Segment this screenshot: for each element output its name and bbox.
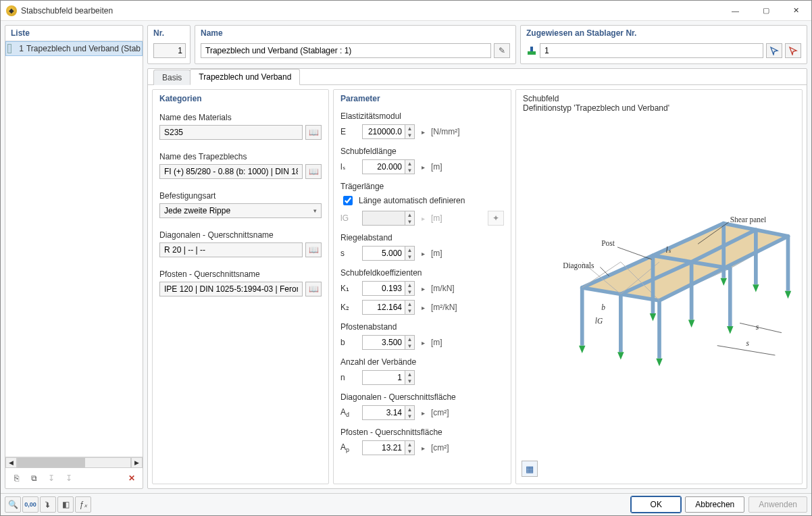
ap-input[interactable] <box>362 440 405 455</box>
spin-down-icon[interactable]: ▼ <box>405 413 414 419</box>
scroll-right-button[interactable]: ▶ <box>131 457 143 468</box>
diag-library-button[interactable]: 📖 <box>305 242 322 257</box>
new-item-button[interactable]: ⎘ <box>8 470 24 486</box>
spin-down-icon[interactable]: ▼ <box>405 307 414 314</box>
goto-icon[interactable]: ▸ <box>419 250 427 257</box>
spin-up-icon[interactable]: ▲ <box>405 125 414 132</box>
spin-up-icon[interactable]: ▲ <box>405 160 414 167</box>
spin-up-icon[interactable]: ▲ <box>405 282 414 288</box>
view-3d-button[interactable]: ▦ <box>522 461 538 477</box>
spin-up-icon[interactable]: ▲ <box>405 301 414 307</box>
help-button[interactable]: 🔍 <box>5 496 21 513</box>
dialog-window: ◆ Stabschubfeld bearbeiten — ▢ ✕ Liste 1… <box>0 0 812 516</box>
scroll-thumb[interactable] <box>18 458 85 467</box>
spin-down-icon[interactable]: ▼ <box>405 167 414 174</box>
name-header: Name <box>195 26 515 41</box>
scroll-track[interactable] <box>17 457 131 468</box>
goto-icon[interactable]: ▸ <box>419 339 427 346</box>
material-input[interactable] <box>160 126 302 139</box>
copy-item-button[interactable]: ⧉ <box>26 470 42 486</box>
tab-basis[interactable]: Basis <box>153 70 191 85</box>
edit-name-button[interactable]: ✎ <box>494 43 510 58</box>
ls-input[interactable] <box>362 159 405 174</box>
trapez-library-button[interactable]: 📖 <box>305 164 322 179</box>
goto-icon[interactable]: ▸ <box>419 128 427 136</box>
e-input[interactable] <box>362 124 405 139</box>
ls-spinner[interactable]: ▲▼ <box>362 159 415 174</box>
list-item[interactable]: 1 Trapezblech und Verband (Stab <box>5 41 143 56</box>
spin-up-icon[interactable]: ▲ <box>405 336 414 342</box>
k2-input[interactable] <box>362 300 405 315</box>
b-spinner[interactable]: ▲▼ <box>362 335 415 350</box>
k1-symbol: K₁ <box>340 284 358 293</box>
material-combo[interactable] <box>159 125 303 140</box>
lg-auto-checkbox[interactable]: Länge automatisch definieren <box>334 192 511 209</box>
ap-spinner[interactable]: ▲▼ <box>362 440 415 455</box>
pfosten-input[interactable] <box>160 282 302 296</box>
k1-spinner[interactable]: ▲▼ <box>362 281 415 296</box>
ad-input[interactable] <box>362 405 405 420</box>
spin-down-icon[interactable]: ▼ <box>405 378 414 384</box>
sort-alpha-button[interactable]: ↧ <box>61 470 77 486</box>
s-spinner[interactable]: ▲▼ <box>362 246 415 261</box>
minimize-button[interactable]: — <box>720 1 751 21</box>
b-input[interactable] <box>362 335 405 350</box>
trapez-combo[interactable] <box>159 164 303 179</box>
k2-spinner[interactable]: ▲▼ <box>362 300 415 315</box>
n-spinner[interactable]: ▲▼ <box>362 370 415 385</box>
spin-up-icon[interactable]: ▲ <box>405 441 414 448</box>
e-spinner[interactable]: ▲▼ <box>362 124 415 139</box>
spin-up-icon[interactable]: ▲ <box>405 247 414 253</box>
pick-add-button[interactable] <box>785 43 801 58</box>
spin-down-icon[interactable]: ▼ <box>405 288 414 295</box>
material-library-button[interactable]: 📖 <box>305 125 322 140</box>
kategorien-panel: Kategorien Name des Materials 📖 <box>152 89 329 484</box>
goto-icon[interactable]: ▸ <box>419 444 427 452</box>
lg-auto-input[interactable] <box>343 196 353 205</box>
pfosten-combo[interactable] <box>159 282 303 296</box>
befest-combo[interactable]: ▾ <box>159 203 322 218</box>
tool-mode-button[interactable]: ◧ <box>57 496 74 513</box>
spin-down-icon[interactable]: ▼ <box>405 132 414 138</box>
delete-item-button[interactable]: ✕ <box>124 470 140 486</box>
spin-up-icon: ▲ <box>405 211 414 218</box>
liste-scrollbar[interactable]: ◀ ▶ <box>5 457 143 468</box>
name-input[interactable] <box>201 43 491 58</box>
diag-input[interactable] <box>160 243 302 257</box>
units-button[interactable]: 0,00 <box>22 496 39 513</box>
goto-icon[interactable]: ▸ <box>419 163 427 171</box>
s-input[interactable] <box>362 246 405 261</box>
spin-down-icon[interactable]: ▼ <box>405 253 414 260</box>
goto-icon[interactable]: ▸ <box>419 304 427 311</box>
sort-num-button[interactable]: ↧ <box>43 470 59 486</box>
pick-in-model-button[interactable] <box>766 43 782 58</box>
spin-up-icon[interactable]: ▲ <box>405 371 414 378</box>
diag-combo[interactable] <box>159 242 303 257</box>
spin-down-icon[interactable]: ▼ <box>405 342 414 349</box>
tool-fx-button[interactable]: ƒₓ <box>75 496 91 513</box>
zugewiesen-input[interactable] <box>540 43 763 58</box>
close-button[interactable]: ✕ <box>781 1 811 21</box>
apply-button[interactable]: Anwenden <box>748 496 807 513</box>
trapez-input[interactable] <box>160 165 302 178</box>
maximize-button[interactable]: ▢ <box>751 1 781 21</box>
goto-icon[interactable]: ▸ <box>419 409 427 417</box>
spin-up-icon[interactable]: ▲ <box>405 406 414 413</box>
tab-trapezblech[interactable]: Trapezblech und Verband <box>190 69 300 85</box>
liste-listbox[interactable]: 1 Trapezblech und Verband (Stab <box>5 41 143 457</box>
pencil-icon: ✎ <box>499 46 505 55</box>
scroll-left-button[interactable]: ◀ <box>5 457 17 468</box>
ad-spinner[interactable]: ▲▼ <box>362 405 415 420</box>
befest-input[interactable] <box>160 204 309 217</box>
goto-icon[interactable]: ▸ <box>419 285 427 292</box>
k1-input[interactable] <box>362 281 405 296</box>
n-input[interactable] <box>362 370 405 385</box>
pfosten-library-button[interactable]: 📖 <box>305 282 322 296</box>
nr-input[interactable] <box>153 43 186 58</box>
tool-pick-button[interactable]: ⮯ <box>40 496 56 513</box>
name-panel: Name ✎ <box>195 25 516 64</box>
library-icon: 📖 <box>309 284 319 294</box>
cancel-button[interactable]: Abbrechen <box>685 496 744 513</box>
ok-button[interactable]: OK <box>631 496 681 513</box>
spin-down-icon[interactable]: ▼ <box>405 448 414 455</box>
